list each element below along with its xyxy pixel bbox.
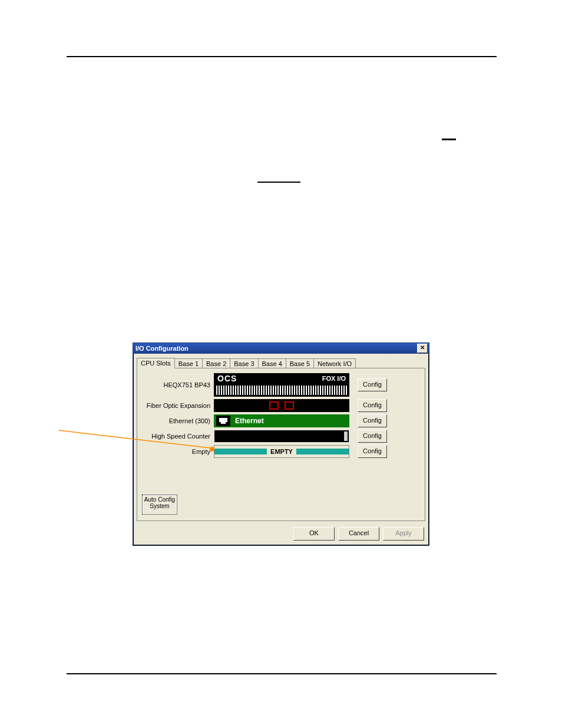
slot-label: Fiber Optic Expansion (141, 402, 214, 409)
fiber-port-icon (285, 401, 294, 410)
tab-cpu-slots[interactable]: CPU Slots (137, 358, 175, 368)
fiber-graphic (214, 399, 349, 412)
close-icon: ✕ (420, 344, 425, 351)
page-dash-small (442, 139, 456, 140)
slot-empty[interactable]: EMPTY (214, 445, 349, 458)
config-button-2[interactable]: Config (358, 414, 387, 427)
tab-label: Base 5 (290, 360, 310, 367)
slot-row-1: Fiber Optic Expansion Config (141, 399, 421, 412)
slot-row-0: HEQX751 BP43 OCS FOX I/O Config (141, 373, 421, 397)
ethernet-text: Ethernet (235, 417, 264, 425)
tab-base-4[interactable]: Base 4 (258, 358, 286, 368)
tab-base-3[interactable]: Base 3 (230, 358, 258, 368)
ethernet-graphic: Ethernet (214, 414, 349, 427)
dialog-title: I/O Configuration (135, 345, 417, 352)
hsc-graphic (214, 430, 349, 443)
tab-label: Base 2 (206, 360, 226, 367)
cancel-button[interactable]: Cancel (338, 527, 379, 541)
config-button-3[interactable]: Config (358, 430, 387, 443)
slot-fiber[interactable] (214, 399, 349, 412)
tab-strip: CPU Slots Base 1 Base 2 Base 3 Base 4 Ba… (137, 357, 425, 368)
auto-config-system-button[interactable]: Auto Config System (142, 495, 177, 515)
callout-arrowhead-icon (210, 447, 214, 452)
ocs-text: OCS (217, 374, 237, 383)
config-button-4[interactable]: Config (358, 445, 387, 458)
empty-graphic: EMPTY (214, 445, 349, 458)
ocs-graphic: OCS FOX I/O (214, 373, 349, 397)
button-label: Config (363, 381, 382, 388)
slot-ocs[interactable]: OCS FOX I/O (214, 373, 349, 397)
slot-row-2: Ethernet (300) Ethernet Config (141, 414, 421, 427)
close-button[interactable]: ✕ (417, 344, 428, 353)
tab-base-5[interactable]: Base 5 (286, 358, 314, 368)
titlebar: I/O Configuration ✕ (133, 343, 429, 354)
fox-io-text: FOX I/O (322, 375, 346, 382)
ok-button[interactable]: OK (293, 527, 335, 541)
tab-label: Network I/O (318, 360, 352, 367)
config-button-1[interactable]: Config (358, 399, 387, 412)
page-rule-bottom (67, 673, 497, 674)
tab-label: Base 3 (234, 360, 254, 367)
tab-label: Base 4 (262, 360, 282, 367)
tab-network-io[interactable]: Network I/O (313, 358, 356, 368)
slot-label: HEQX751 BP43 (141, 381, 214, 388)
button-label: Config (363, 432, 382, 439)
slot-hsc[interactable] (214, 430, 349, 443)
tab-base-1[interactable]: Base 1 (174, 358, 203, 368)
tab-base-2[interactable]: Base 2 (202, 358, 230, 368)
page-rule-top (67, 56, 497, 57)
tab-label: Base 1 (178, 360, 199, 367)
empty-bar-icon (296, 449, 349, 454)
apply-button[interactable]: Apply (383, 527, 424, 541)
config-button-0[interactable]: Config (358, 378, 387, 391)
button-label: Cancel (349, 529, 369, 536)
empty-bar-icon (214, 449, 267, 454)
button-label: Auto Config System (144, 496, 175, 509)
dialog-button-bar: OK Cancel Apply (133, 525, 429, 545)
callout-arrow (59, 430, 218, 454)
fiber-port-icon (269, 401, 279, 410)
ethernet-port-icon (216, 416, 230, 426)
svg-line-0 (59, 430, 211, 448)
button-label: Apply (395, 529, 412, 536)
slot-ethernet[interactable]: Ethernet (214, 414, 349, 427)
button-label: Config (363, 401, 382, 409)
barcode-icon (216, 386, 347, 395)
button-label: Config (363, 447, 382, 454)
tab-label: CPU Slots (141, 360, 171, 367)
button-label: Config (363, 417, 382, 424)
button-label: OK (309, 529, 319, 536)
empty-text: EMPTY (267, 448, 296, 455)
slot-label: Ethernet (300) (141, 417, 214, 424)
page-dash-underline (257, 182, 300, 183)
